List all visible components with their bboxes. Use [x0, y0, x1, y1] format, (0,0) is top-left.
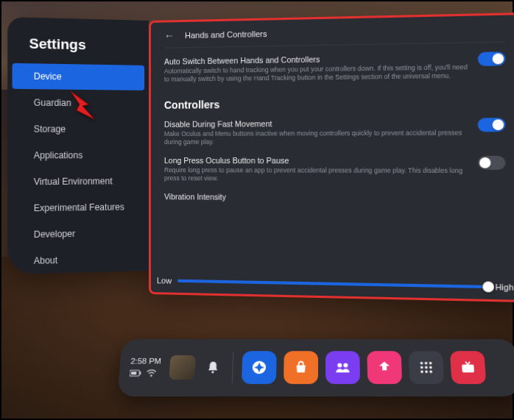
universal-dock: 2:58 PM: [117, 339, 514, 396]
toggle-auto-switch[interactable]: [478, 51, 506, 66]
svg-rect-17: [462, 365, 474, 373]
svg-point-13: [429, 366, 432, 369]
svg-point-4: [211, 371, 214, 373]
svg-point-3: [150, 374, 152, 377]
svg-point-9: [425, 362, 428, 364]
sidebar-item-developer[interactable]: Developer: [13, 220, 145, 248]
setting-desc: Automatically switch to hand tracking wh…: [164, 63, 468, 85]
clock: 2:58 PM: [130, 356, 161, 365]
sidebar-item-device[interactable]: Device: [13, 63, 145, 90]
setting-desc: Require long press to pause an app to pr…: [164, 166, 468, 185]
setting-title: Long Press Oculus Button to Pause: [164, 156, 468, 165]
svg-point-11: [420, 366, 423, 369]
svg-point-6: [337, 363, 342, 368]
sidebar-item-about[interactable]: About: [13, 246, 145, 274]
svg-point-12: [425, 366, 428, 369]
setting-desc: Make Oculus and Menu buttons inactive wh…: [164, 129, 468, 147]
battery-icon: [130, 369, 142, 378]
sidebar-title: Settings: [7, 35, 149, 65]
wifi-icon: [146, 369, 157, 379]
slider-high-label: High: [495, 282, 513, 292]
svg-point-7: [343, 363, 348, 368]
svg-point-15: [425, 371, 428, 374]
device-panel: ← Hands and Controllers Auto Switch Betw…: [149, 13, 514, 302]
toggle-disable-fast-movement[interactable]: [478, 118, 506, 132]
toggle-long-press-pause[interactable]: [478, 156, 506, 170]
section-controllers: Controllers: [164, 96, 505, 110]
svg-rect-2: [140, 371, 141, 374]
sidebar-item-applications[interactable]: Applications: [13, 143, 145, 168]
vibration-slider[interactable]: [177, 280, 488, 288]
svg-point-14: [420, 371, 423, 374]
setting-disable-fast-movement: Disable During Fast Movement Make Oculus…: [164, 118, 505, 147]
avatar[interactable]: [169, 355, 195, 380]
sidebar-item-experimental-features[interactable]: Experimental Features: [13, 194, 145, 221]
app-explore[interactable]: [242, 351, 277, 384]
svg-point-10: [429, 362, 432, 364]
notifications-icon[interactable]: [203, 361, 224, 374]
dock-status: 2:58 PM: [130, 356, 162, 378]
app-people[interactable]: [325, 351, 360, 384]
app-store[interactable]: [284, 351, 318, 384]
setting-title: Vibration Intensity: [164, 192, 505, 203]
setting-vibration-intensity: Vibration Intensity: [164, 192, 505, 203]
panel-title: Hands and Controllers: [185, 29, 267, 40]
back-icon[interactable]: ←: [164, 29, 175, 41]
app-apps-grid[interactable]: [409, 351, 445, 384]
sidebar-item-virtual-environment[interactable]: Virtual Environment: [13, 168, 145, 195]
svg-rect-1: [131, 371, 136, 374]
slider-low-label: Low: [157, 276, 172, 285]
settings-window: Settings Device Guardian Storage Applica…: [10, 21, 504, 294]
setting-long-press-pause: Long Press Oculus Button to Pause Requir…: [164, 156, 505, 185]
svg-point-8: [420, 362, 423, 364]
svg-point-16: [429, 371, 432, 374]
setting-title: Disable During Fast Movement: [164, 118, 468, 128]
sidebar-item-guardian[interactable]: Guardian: [13, 90, 145, 116]
app-tv[interactable]: [450, 351, 486, 384]
app-share[interactable]: [367, 351, 402, 384]
sidebar-item-storage[interactable]: Storage: [13, 116, 145, 142]
setting-auto-switch: Auto Switch Between Hands and Controller…: [164, 51, 505, 84]
dock-divider: [232, 352, 234, 383]
settings-sidebar: Settings Device Guardian Storage Applica…: [7, 17, 149, 274]
